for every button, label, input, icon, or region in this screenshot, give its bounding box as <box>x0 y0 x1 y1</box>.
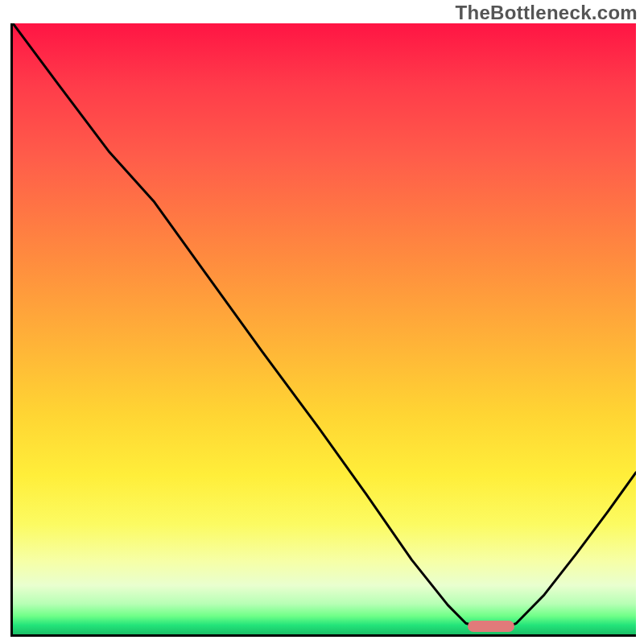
watermark-text: TheBottleneck.com <box>456 2 638 24</box>
curve-layer <box>13 23 636 634</box>
optimal-region-marker <box>468 621 514 632</box>
chart-container: TheBottleneck.com <box>0 0 644 644</box>
bottleneck-curve <box>13 23 636 628</box>
plot-area <box>10 23 636 637</box>
